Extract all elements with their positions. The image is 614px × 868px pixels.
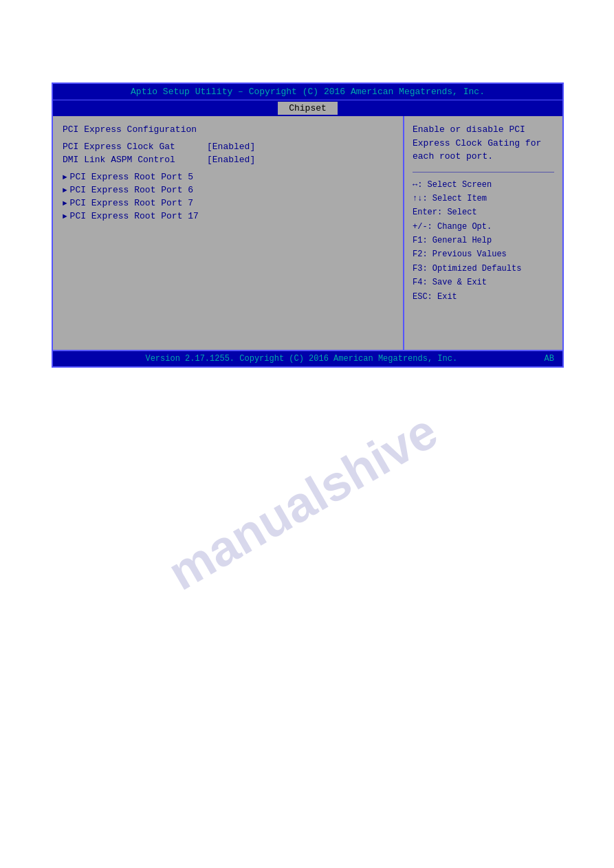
arrow-icon-7: ► <box>63 199 67 208</box>
shortcut-select-item: ↑↓: Select Item <box>413 192 554 205</box>
footer-badge: AB <box>545 354 557 364</box>
shortcut-f1: F1: General Help <box>413 234 554 247</box>
divider <box>413 172 554 173</box>
bios-left-panel: PCI Express Configuration PCI Express Cl… <box>53 116 404 350</box>
setting-pci-clock[interactable]: PCI Express Clock Gat [Enabled] <box>63 142 393 152</box>
dmi-aspm-value: [Enabled] <box>207 155 255 165</box>
nav-label-7: PCI Express Root Port 7 <box>70 198 193 208</box>
watermark: manualshive <box>96 330 509 674</box>
pci-clock-value: [Enabled] <box>207 142 255 152</box>
nav-label-17: PCI Express Root Port 17 <box>70 211 199 221</box>
bios-header: Aptio Setup Utility – Copyright (C) 2016… <box>53 84 562 100</box>
nav-label-5: PCI Express Root Port 5 <box>70 172 193 182</box>
arrow-icon-6: ► <box>63 186 67 194</box>
section-title: PCI Express Configuration <box>63 124 393 135</box>
bios-body: PCI Express Configuration PCI Express Cl… <box>53 116 562 350</box>
bios-tab-row: Chipset <box>53 100 562 116</box>
nav-root-port-7[interactable]: ► PCI Express Root Port 7 <box>63 198 393 208</box>
shortcut-f2: F2: Previous Values <box>413 247 554 261</box>
arrow-icon-17: ► <box>63 212 67 221</box>
bios-right-panel: Enable or disable PCI Express Clock Gati… <box>404 116 562 350</box>
setting-dmi-aspm[interactable]: DMI Link ASPM Control [Enabled] <box>63 155 393 165</box>
watermark-text: manualshive <box>159 402 447 601</box>
shortcut-f4: F4: Save & Exit <box>413 276 554 289</box>
nav-root-port-6[interactable]: ► PCI Express Root Port 6 <box>63 185 393 195</box>
dmi-aspm-label: DMI Link ASPM Control <box>63 155 207 165</box>
pci-clock-label: PCI Express Clock Gat <box>63 142 207 152</box>
bios-title: Aptio Setup Utility – Copyright (C) 2016… <box>131 87 485 97</box>
nav-root-port-17[interactable]: ► PCI Express Root Port 17 <box>63 211 393 221</box>
bios-footer: Version 2.17.1255. Copyright (C) 2016 Am… <box>53 350 562 366</box>
shortcut-change-opt: +/-: Change Opt. <box>413 220 554 234</box>
footer-text: Version 2.17.1255. Copyright (C) 2016 Am… <box>58 354 545 364</box>
shortcut-f3: F3: Optimized Defaults <box>413 262 554 276</box>
shortcut-esc: ESC: Exit <box>413 290 554 304</box>
help-text: Enable or disable PCI Express Clock Gati… <box>413 123 554 164</box>
shortcut-enter: Enter: Select <box>413 205 554 219</box>
nav-label-6: PCI Express Root Port 6 <box>70 185 193 195</box>
arrow-icon-5: ► <box>63 173 67 181</box>
shortcut-select-screen: ↔: Select Screen <box>413 178 554 192</box>
chipset-tab[interactable]: Chipset <box>278 102 338 115</box>
nav-root-port-5[interactable]: ► PCI Express Root Port 5 <box>63 172 393 182</box>
bios-window: Aptio Setup Utility – Copyright (C) 2016… <box>52 82 564 368</box>
